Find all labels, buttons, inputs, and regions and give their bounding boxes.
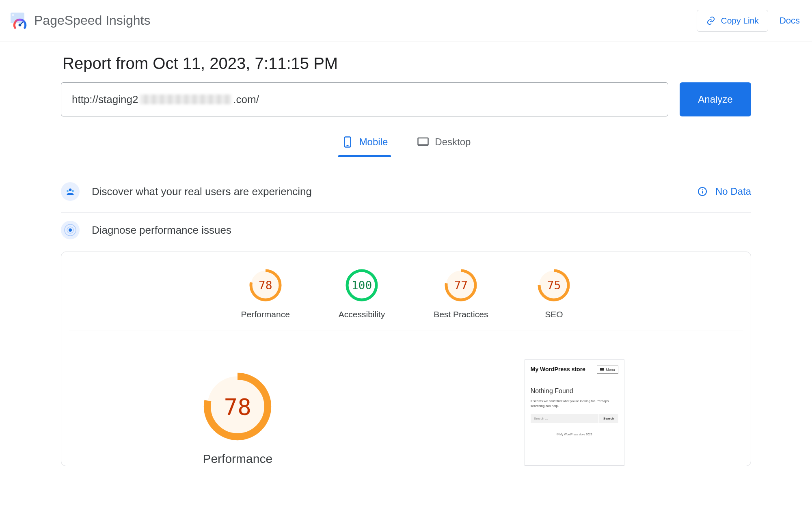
gauge-accessibility[interactable]: 100 Accessibility [339,268,385,319]
svg-line-1 [20,22,23,25]
page-screenshot: My WordPress store Menu Nothing Found It… [525,359,624,466]
preview-subtext: It seems we can't find what you're looki… [531,399,618,408]
screenshot-preview-col: My WordPress store Menu Nothing Found It… [415,359,735,466]
discover-section: Discover what your real users are experi… [61,174,751,213]
svg-point-7 [67,190,69,192]
big-gauge-label: Performance [203,452,272,466]
gauge-score: 100 [345,268,379,302]
info-icon [698,187,707,196]
tab-mobile[interactable]: Mobile [338,131,391,156]
url-prefix: http://staging2 [72,93,138,106]
preview-menu-button: Menu [597,366,618,374]
tab-desktop[interactable]: Desktop [414,131,474,156]
svg-point-6 [69,188,72,191]
copy-link-button[interactable]: Copy Link [697,10,768,32]
app-header: PageSpeed Insights Copy Link Docs [0,0,812,41]
svg-point-8 [72,190,74,192]
svg-point-14 [69,228,72,232]
tab-desktop-label: Desktop [435,136,471,148]
gauge-score: 75 [537,268,571,302]
detail-row: 78 Performance My WordPress store Menu N… [61,331,751,466]
psi-logo [10,12,28,30]
url-input[interactable]: http://staging2 .com/ [61,82,668,116]
diagnose-section: Diagnose performance issues [61,213,751,243]
desktop-icon [417,136,429,148]
diagnose-left: Diagnose performance issues [61,221,231,239]
radar-icon [63,223,78,237]
preview-search-button: Search [599,414,618,423]
docs-link[interactable]: Docs [780,15,802,26]
main-content: Report from Oct 11, 2023, 7:11:15 PM htt… [61,41,751,466]
preview-heading: Nothing Found [531,387,618,395]
gauge-score: 77 [444,268,478,302]
discover-title: Discover what your real users are experi… [92,185,312,198]
gauge-seo[interactable]: 75 SEO [537,268,571,319]
device-tabs: Mobile Desktop [61,131,751,156]
people-icon [65,186,76,197]
url-redacted [140,95,231,104]
score-gauges-row: 78 Performance 100 Accessibility 77 Best… [69,252,743,331]
users-icon [61,182,80,201]
gauge-best-practices[interactable]: 77 Best Practices [434,268,488,319]
lighthouse-card: 78 Performance 100 Accessibility 77 Best… [61,252,751,466]
svg-rect-4 [418,138,428,145]
preview-search-row: Search … Search [531,414,618,423]
app-title: PageSpeed Insights [34,13,150,28]
gauge-label: Best Practices [434,310,488,319]
no-data-indicator[interactable]: No Data [698,186,751,197]
tab-mobile-label: Mobile [359,136,388,148]
report-title: Report from Oct 11, 2023, 7:11:15 PM [61,54,751,73]
gauge-icon [13,17,27,31]
url-row: http://staging2 .com/ Analyze [61,82,751,116]
discover-left: Discover what your real users are experi… [61,182,312,201]
gauge-ring: 77 [444,268,478,302]
gauge-score: 78 [248,268,283,302]
link-icon [706,16,716,26]
performance-big-gauge: 78 [203,372,272,441]
url-suffix: .com/ [233,93,259,106]
preview-search-field: Search … [531,414,598,423]
header-left: PageSpeed Insights [10,12,150,30]
no-data-label: No Data [715,186,751,197]
header-right: Copy Link Docs [697,10,802,32]
copy-link-label: Copy Link [721,16,758,26]
diagnose-title: Diagnose performance issues [92,224,231,237]
preview-site-title: My WordPress store [531,366,585,373]
gauge-ring: 75 [537,268,571,302]
gauge-performance[interactable]: 78 Performance [241,268,290,319]
big-score: 78 [203,372,272,441]
diagnose-icon-wrap [61,221,80,239]
preview-footer: © My WordPress store 2023 [531,433,618,436]
hamburger-icon [600,368,604,371]
preview-menu-label: Menu [606,368,615,372]
gauge-label: Accessibility [339,310,385,319]
gauge-ring: 100 [345,268,379,302]
mobile-icon [341,136,354,148]
gauge-label: SEO [545,310,563,319]
analyze-button[interactable]: Analyze [680,82,751,116]
gauge-ring: 78 [248,268,283,302]
performance-detail: 78 Performance [78,359,398,466]
gauge-label: Performance [241,310,290,319]
